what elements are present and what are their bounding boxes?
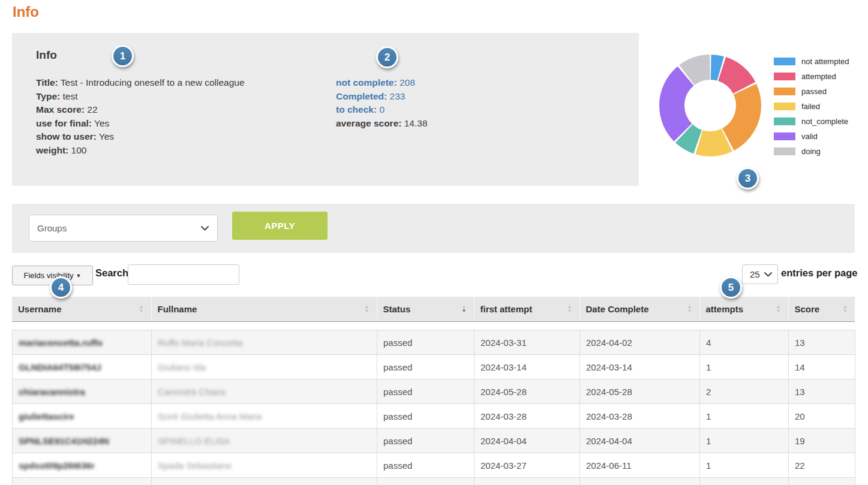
cell-attempts: 1 [700,355,789,379]
search-label: Search [95,267,128,279]
legend-label: valid [801,132,818,141]
legend-item: attempted [774,69,849,84]
groups-select[interactable]: Groups [29,215,218,242]
sort-arrows-icon[interactable]: ▲▼ [567,305,572,313]
cell-fullname: Scirè Giulietta Anna Maria [152,404,377,429]
info-fields: Title: Test - Introducing oneself to a n… [36,76,245,157]
cell-date_complete: 2024-03-14 [580,355,700,379]
cell-fullname: SPINELLO ELISA [152,429,377,453]
cell-empty [377,478,474,485]
cell-score: 14 [789,355,855,379]
search-input[interactable] [128,264,239,285]
info-panel-heading: Info [36,49,57,62]
column-header-status[interactable]: Status▲▼ [377,297,474,321]
legend-item: valid [774,129,849,144]
cell-fullname: Giuliano Ida [152,355,377,379]
cell-first_attempt: 2024-05-28 [474,379,580,404]
cell-attempts: 1 [700,429,789,453]
page-size-select[interactable]: 25 [742,264,778,284]
step-badge-3: 3 [737,167,759,189]
legend-swatch-icon [774,103,795,110]
info-line: show to user: Yes [36,130,245,144]
step-badge-5: 5 [720,276,742,299]
sort-arrows-icon[interactable]: ▲▼ [365,305,370,313]
page-size-value: 25 [750,269,760,279]
cell-empty [152,478,377,485]
cell-date_complete: 2024-05-28 [580,379,700,404]
sort-arrows-icon[interactable]: ▲▼ [139,305,144,313]
chevron-down-icon [201,226,209,231]
cell-first_attempt: 2024-03-14 [474,355,580,379]
legend-label: attempted [801,72,836,81]
cell-date_complete: 2024-06-11 [580,453,700,478]
column-header-score[interactable]: Score▲▼ [788,297,855,321]
legend-swatch-icon [774,88,795,95]
assessment-report-page: Info Info Title: Test - Introducing ones… [0,0,868,485]
cell-status: passed [377,330,474,355]
legend-swatch-icon [774,132,795,140]
legend-swatch-icon [774,58,795,65]
sort-arrows-icon[interactable]: ▲▼ [843,305,848,313]
sort-arrows-icon[interactable]: ▲▼ [776,305,781,313]
step-badge-4: 4 [50,276,72,299]
info-line: Title: Test - Introducing oneself to a n… [36,76,245,90]
cell-username: GLNDIA64T58I754J [13,355,152,379]
info-panel: Info Title: Test - Introducing oneself t… [12,33,639,186]
legend-label: not_complete [801,117,848,126]
table-row-partial[interactable] [13,478,855,485]
column-header-date-complete[interactable]: Date Complete▲▼ [579,297,699,321]
groups-select-value: Groups [37,223,67,233]
results-table-header: Username▲▼Fullname▲▼Status▲▼first attemp… [12,297,855,322]
cell-date_complete: 2024-04-04 [580,429,700,453]
cell-username: SPNLSE91C41H224N [13,429,152,453]
table-row[interactable]: GLNDIA64T58I754JGiuliano Idapassed2024-0… [13,355,855,379]
cell-score: 20 [789,404,855,429]
table-row[interactable]: spdsst09p26t636rSpada Sebastianopassed20… [13,453,855,478]
info-line: not complete: 208 [336,76,428,90]
cell-empty [700,478,789,485]
cell-score: 22 [789,453,855,478]
column-header-first-attempt[interactable]: first attempt▲▼ [474,297,579,321]
cell-empty [13,478,152,485]
cell-fullname: Cannistrà Chiara [152,379,377,404]
legend-label: failed [801,102,820,111]
info-line: weight: 100 [36,144,245,158]
legend-label: not attempted [801,57,849,66]
column-header-fullname[interactable]: Fullname▲▼ [151,297,377,321]
cell-username: spdsst09p26t636r [13,453,152,478]
legend-swatch-icon [774,118,795,125]
legend-label: passed [801,87,827,96]
cell-date_complete: 2024-04-02 [580,330,700,355]
cell-empty [789,478,855,485]
sort-arrows-icon[interactable]: ▲▼ [462,305,467,313]
cell-score: 19 [789,429,855,453]
legend-item: not_complete [774,114,849,129]
table-row[interactable]: chiaracannistraCannistrà Chiarapassed202… [13,379,855,404]
legend-item: not attempted [774,54,849,69]
info-line: use for final: Yes [36,117,245,131]
cell-attempts: 2 [700,379,789,404]
column-header-attempts[interactable]: attempts▲▼ [699,297,788,321]
table-row[interactable]: giuliettascireScirè Giulietta Anna Maria… [13,404,855,429]
step-badge-2: 2 [376,46,398,68]
cell-status: passed [377,355,474,379]
cell-status: passed [377,453,474,478]
legend-swatch-icon [774,147,795,155]
cell-empty [580,478,700,485]
results-table: mariaconcetta.ruffoRuffo Maria Concettap… [12,330,855,485]
table-row[interactable]: mariaconcetta.ruffoRuffo Maria Concettap… [13,330,855,355]
cell-date_complete: 2024-03-28 [580,404,700,429]
cell-empty [474,478,580,485]
cell-status: passed [377,429,474,453]
legend-item: doing [774,144,849,159]
column-header-username[interactable]: Username▲▼ [12,297,151,321]
apply-button[interactable]: APPLY [232,212,328,240]
cell-fullname: Spada Sebastiano [152,453,377,478]
cell-status: passed [377,404,474,429]
table-row[interactable]: SPNLSE91C41H224NSPINELLO ELISApassed2024… [13,429,855,453]
legend-swatch-icon [774,73,795,80]
legend-item: passed [774,84,849,99]
sort-arrows-icon[interactable]: ▲▼ [687,305,692,313]
table-header-row: Username▲▼Fullname▲▼Status▲▼first attemp… [12,297,855,321]
status-donut-chart [659,54,762,157]
